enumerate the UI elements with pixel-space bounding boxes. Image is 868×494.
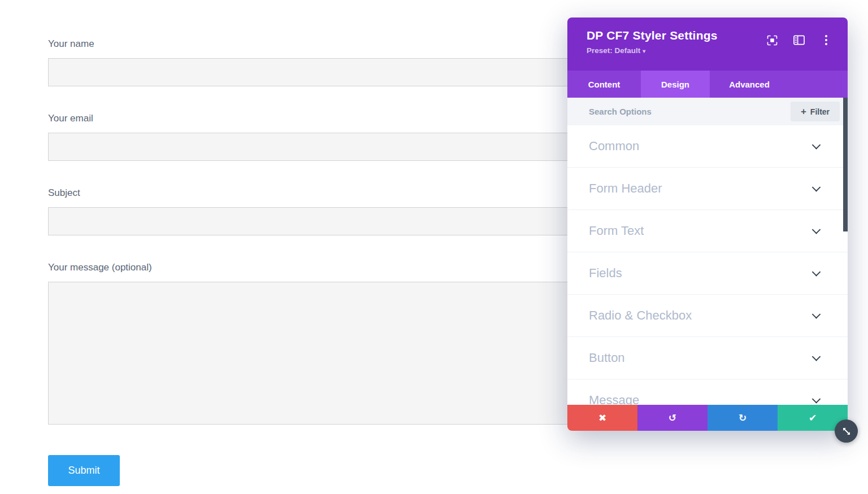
resize-handle[interactable] bbox=[835, 419, 858, 443]
chevron-down-icon bbox=[812, 395, 821, 404]
preset-dropdown[interactable]: Preset: Default▾ bbox=[587, 46, 645, 55]
tab-content[interactable]: Content bbox=[567, 71, 641, 98]
submit-button[interactable]: Submit bbox=[48, 455, 120, 486]
chevron-down-icon bbox=[812, 310, 821, 319]
section-form-text[interactable]: Form Text bbox=[567, 210, 848, 252]
panel-action-bar: ✖ ↺ ↻ ✔ bbox=[567, 405, 848, 431]
filter-button-label: Filter bbox=[810, 107, 830, 116]
kebab-menu-icon[interactable] bbox=[821, 34, 832, 46]
section-button[interactable]: Button bbox=[567, 337, 848, 379]
search-input[interactable] bbox=[589, 98, 775, 125]
chevron-down-icon bbox=[812, 352, 821, 361]
header-icon-group bbox=[766, 34, 832, 46]
section-common[interactable]: Common bbox=[567, 125, 848, 168]
name-label: Your name bbox=[48, 38, 94, 50]
panel-tabs: Content Design Advanced bbox=[567, 71, 848, 98]
filter-button[interactable]: + Filter bbox=[791, 102, 840, 121]
action-discard-button[interactable]: ✖ bbox=[567, 405, 637, 431]
section-title: Fields bbox=[589, 266, 622, 281]
chevron-down-icon bbox=[812, 183, 821, 192]
section-fields[interactable]: Fields bbox=[567, 252, 848, 295]
panel-header: DP CF7 Styler Settings Preset: Default▾ bbox=[567, 18, 848, 71]
section-title: Form Header bbox=[589, 181, 662, 196]
close-icon: ✖ bbox=[598, 412, 606, 423]
subject-label: Subject bbox=[48, 187, 80, 199]
settings-panel: DP CF7 Styler Settings Preset: Default▾ bbox=[567, 18, 848, 431]
section-title: Form Text bbox=[589, 224, 644, 238]
tab-advanced[interactable]: Advanced bbox=[710, 71, 789, 98]
tab-design[interactable]: Design bbox=[641, 71, 710, 98]
chevron-down-icon bbox=[812, 268, 821, 277]
action-redo-button[interactable]: ↻ bbox=[708, 405, 778, 431]
action-undo-button[interactable]: ↺ bbox=[637, 405, 708, 431]
plus-icon: + bbox=[801, 107, 806, 116]
message-label: Your message (optional) bbox=[48, 262, 152, 273]
section-radio-checkbox[interactable]: Radio & Checkbox bbox=[567, 295, 848, 337]
undo-icon: ↺ bbox=[669, 412, 676, 423]
chevron-down-icon bbox=[812, 141, 821, 150]
panel-scrollbar[interactable] bbox=[843, 98, 848, 231]
preset-label: Preset: Default bbox=[587, 46, 640, 55]
search-row: + Filter bbox=[567, 98, 848, 125]
check-icon: ✔ bbox=[809, 412, 817, 423]
chevron-down-icon: ▾ bbox=[643, 48, 645, 54]
section-title: Common bbox=[589, 139, 639, 154]
expand-icon[interactable] bbox=[766, 34, 778, 46]
section-title: Button bbox=[589, 351, 625, 365]
split-view-icon[interactable] bbox=[793, 34, 805, 46]
chevron-down-icon bbox=[812, 225, 821, 234]
section-title: Radio & Checkbox bbox=[589, 308, 692, 323]
section-form-header[interactable]: Form Header bbox=[567, 168, 848, 210]
redo-icon: ↻ bbox=[739, 412, 747, 423]
design-sections-accordion: Common Form Header Form Text Fields Radi… bbox=[567, 125, 848, 422]
email-label: Your email bbox=[48, 113, 93, 124]
